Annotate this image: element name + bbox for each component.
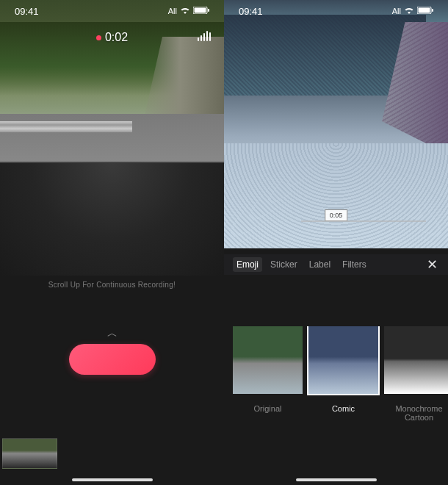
status-bar: 09:41 All — [0, 0, 224, 22]
svg-rect-5 — [432, 9, 433, 12]
effects-tab-bar: Emoji Sticker Label Filters ✕ — [224, 254, 448, 275]
record-button[interactable] — [69, 344, 156, 375]
filter-option-comic[interactable]: Comic — [308, 326, 378, 422]
wifi-icon — [180, 7, 190, 15]
last-clip-thumbnail[interactable] — [2, 438, 57, 469]
recording-screen: 09:41 All 0:02 Scroll Up For Continuous … — [0, 0, 224, 485]
home-indicator[interactable] — [296, 478, 377, 481]
playback-timer: 0:05 — [325, 209, 348, 221]
tab-label[interactable]: Label — [306, 257, 334, 272]
carrier-label: All — [392, 7, 401, 15]
status-bar: 09:41 All — [224, 0, 448, 22]
filter-thumbnail — [308, 326, 378, 394]
svg-rect-4 — [419, 8, 430, 13]
filter-thumbnail — [384, 326, 448, 394]
recording-dot-icon — [96, 35, 101, 40]
carrier-label: All — [168, 7, 177, 15]
audio-level-icon — [198, 31, 211, 41]
chevron-up-icon[interactable]: ︿ — [107, 327, 118, 340]
recording-timer: 0:02 — [0, 31, 224, 44]
status-time: 09:41 — [15, 6, 39, 17]
tab-emoji[interactable]: Emoji — [233, 257, 262, 272]
svg-rect-1 — [195, 8, 206, 13]
filter-thumbnail — [233, 326, 303, 394]
playback-progress[interactable] — [301, 220, 426, 222]
wifi-icon — [404, 7, 414, 15]
filter-option-original[interactable]: Original — [233, 326, 303, 422]
status-time: 09:41 — [239, 6, 263, 17]
filter-strip[interactable]: Original Comic Monochrome Cartoon — [233, 326, 448, 422]
battery-icon — [193, 7, 209, 15]
home-indicator[interactable] — [72, 478, 153, 481]
filter-editor-screen: 09:41 All 0:05 Emoji Sticker Label Filte… — [224, 0, 448, 485]
tab-sticker[interactable]: Sticker — [267, 257, 301, 272]
close-icon[interactable]: ✕ — [427, 256, 438, 273]
tab-filters[interactable]: Filters — [339, 257, 370, 272]
filter-option-monochrome-cartoon[interactable]: Monochrome Cartoon — [384, 326, 448, 422]
svg-rect-2 — [208, 9, 209, 12]
scroll-hint-label: Scroll Up For Continuous Recording! — [0, 281, 224, 289]
battery-icon — [417, 7, 433, 15]
